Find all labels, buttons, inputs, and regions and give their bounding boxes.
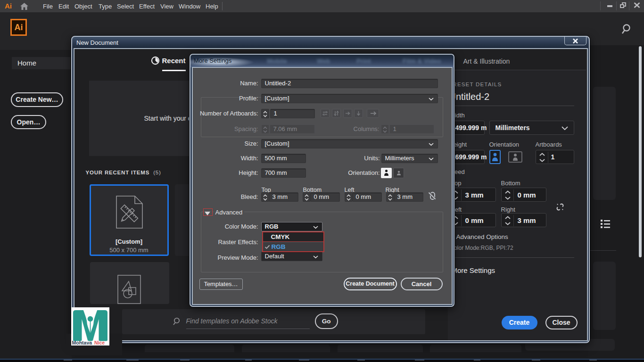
svg-text:Mohtava: Mohtava (72, 340, 92, 346)
svg-text:Nice: Nice (94, 340, 105, 346)
